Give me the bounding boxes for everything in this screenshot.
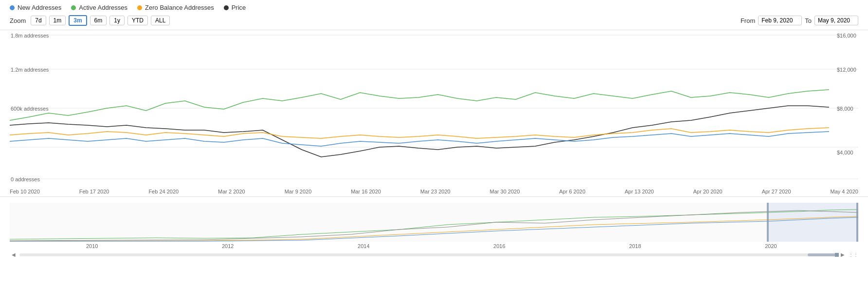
year-2018: 2018 — [629, 243, 641, 249]
price-dot — [224, 5, 229, 10]
x-label-11: Apr 27 2020 — [762, 189, 791, 194]
controls-bar: Zoom 7d 1m 3m 6m 1y YTD ALL From To — [0, 13, 868, 30]
x-label-7: Mar 30 2020 — [490, 189, 520, 194]
price-line — [10, 106, 829, 157]
to-label: To — [805, 17, 812, 24]
svg-text:$4,000: $4,000 — [837, 150, 853, 155]
svg-rect-16 — [856, 203, 858, 242]
year-2012: 2012 — [222, 243, 234, 249]
legend-item-active-addresses: Active Addresses — [71, 4, 127, 11]
svg-rect-15 — [767, 203, 769, 242]
new-addresses-dot — [10, 5, 15, 10]
x-axis-labels: Feb 10 2020 Feb 17 2020 Feb 24 2020 Mar … — [0, 188, 868, 194]
svg-text:$12,000: $12,000 — [837, 67, 856, 73]
scrollbar-track[interactable] — [19, 253, 837, 256]
mini-year-labels: 2010 2012 2014 2016 2018 2020 — [10, 243, 858, 251]
zero-balance-label: Zero Balance Addresses — [145, 4, 214, 11]
x-label-5: Mar 16 2020 — [351, 189, 381, 194]
zoom-6m[interactable]: 6m — [90, 16, 107, 25]
from-label: From — [741, 17, 755, 24]
scroll-right-arrow[interactable]: ▶ — [839, 252, 847, 257]
active-addresses-label: Active Addresses — [79, 4, 127, 11]
x-label-1: Feb 17 2020 — [79, 189, 109, 194]
main-chart-area: 1.8m addresses 1.2m addresses 600k addre… — [0, 30, 868, 188]
year-2020: 2020 — [765, 243, 777, 249]
svg-text:$16,000: $16,000 — [837, 33, 856, 38]
zoom-ytd[interactable]: YTD — [127, 16, 148, 25]
new-addresses-label: New Addresses — [18, 4, 61, 11]
x-label-4: Mar 9 2020 — [285, 189, 312, 194]
zoom-all[interactable]: ALL — [151, 16, 170, 25]
scroll-expand[interactable]: ⋮⋮ — [849, 252, 858, 257]
zero-balance-line — [10, 128, 829, 138]
x-label-8: Apr 6 2020 — [559, 189, 585, 194]
year-2010: 2010 — [86, 243, 98, 249]
mid-divider — [0, 196, 868, 197]
to-date-input[interactable] — [814, 16, 858, 25]
year-2014: 2014 — [358, 243, 369, 249]
legend: New Addresses Active Addresses Zero Bala… — [0, 0, 868, 13]
svg-text:600k addresses: 600k addresses — [11, 106, 49, 112]
chart-container: New Addresses Active Addresses Zero Bala… — [0, 0, 868, 258]
mini-chart-wrapper: 2010 2012 2014 2016 2018 2020 — [0, 201, 868, 251]
active-addresses-dot — [71, 5, 76, 10]
zoom-1y[interactable]: 1y — [109, 16, 125, 25]
legend-item-zero-balance: Zero Balance Addresses — [137, 4, 214, 11]
svg-text:0 addresses: 0 addresses — [11, 176, 40, 182]
scroll-left-arrow[interactable]: ◀ — [10, 252, 18, 257]
svg-text:1.2m addresses: 1.2m addresses — [11, 67, 49, 73]
legend-item-price: Price — [224, 4, 246, 11]
date-range: From To — [741, 16, 858, 25]
from-date-input[interactable] — [758, 16, 802, 25]
x-label-6: Mar 23 2020 — [420, 189, 451, 194]
zoom-1m[interactable]: 1m — [49, 16, 66, 25]
x-label-2: Feb 24 2020 — [148, 189, 179, 194]
svg-text:$8,000: $8,000 — [837, 106, 853, 112]
mini-chart-svg — [10, 203, 858, 242]
new-addresses-line — [10, 132, 829, 146]
zoom-3m[interactable]: 3m — [69, 15, 87, 26]
x-label-3: Mar 2 2020 — [218, 189, 245, 194]
price-label: Price — [232, 4, 246, 11]
resize-handle[interactable] — [835, 253, 839, 257]
bottom-scrollbar: ◀ ▶ ⋮⋮ — [0, 251, 868, 258]
zero-balance-dot — [137, 5, 142, 10]
x-label-0: Feb 10 2020 — [10, 189, 40, 194]
x-label-12: May 4 2020 — [830, 189, 858, 194]
zoom-7d[interactable]: 7d — [31, 16, 46, 25]
scrollbar-thumb[interactable] — [808, 253, 837, 256]
year-2016: 2016 — [493, 243, 505, 249]
active-addresses-line — [10, 90, 829, 120]
x-label-9: Apr 13 2020 — [625, 189, 654, 194]
svg-text:1.8m addresses: 1.8m addresses — [11, 33, 49, 38]
zoom-label: Zoom — [10, 17, 26, 24]
svg-rect-14 — [769, 203, 858, 242]
main-chart-svg: 1.8m addresses 1.2m addresses 600k addre… — [10, 30, 858, 186]
x-label-10: Apr 20 2020 — [693, 189, 723, 194]
legend-item-new-addresses: New Addresses — [10, 4, 61, 11]
